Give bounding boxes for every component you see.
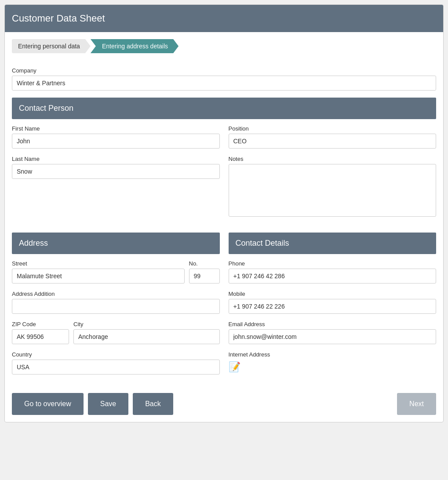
company-input[interactable]	[12, 76, 436, 91]
step-1-label: Entering personal data	[18, 43, 80, 50]
footer-buttons: Go to overview Save Back Next	[5, 386, 443, 422]
country-input[interactable]	[12, 360, 220, 375]
address-addition-input[interactable]	[12, 299, 220, 314]
notes-label: Notes	[229, 156, 437, 162]
contact-person-form: First Name Last Name Position Notes	[12, 125, 436, 225]
next-button[interactable]: Next	[397, 393, 436, 415]
city-label: City	[73, 321, 220, 327]
last-name-field-group: Last Name	[12, 156, 220, 179]
company-section: Company	[5, 60, 443, 91]
city-input[interactable]	[73, 329, 220, 344]
contact-person-section: Contact Person First Name Last Name Posi…	[5, 98, 443, 225]
wizard-step-1[interactable]: Entering personal data	[12, 39, 91, 53]
no-input[interactable]	[189, 269, 220, 284]
wizard-steps: Entering personal data Entering address …	[5, 32, 443, 60]
position-field-group: Position	[229, 125, 437, 149]
street-input[interactable]	[12, 269, 185, 284]
first-name-label: First Name	[12, 125, 220, 132]
street-row: Street No.	[12, 260, 220, 284]
mobile-input[interactable]	[229, 299, 437, 314]
email-input[interactable]	[229, 329, 437, 344]
notes-input[interactable]	[229, 164, 437, 217]
page-container: Customer Data Sheet Entering personal da…	[4, 4, 444, 422]
zip-city-row: ZIP Code City	[12, 321, 220, 344]
no-input-wrap: No.	[189, 260, 220, 284]
contact-person-header-label: Contact Person	[19, 104, 73, 113]
address-header: Address	[12, 233, 220, 254]
phone-input[interactable]	[229, 269, 437, 284]
internet-address-label: Internet Address	[229, 351, 437, 358]
contact-details-section: Contact Details Phone Mobile Email Addre…	[229, 233, 437, 382]
back-button[interactable]: Back	[133, 393, 173, 415]
zip-label: ZIP Code	[12, 321, 69, 327]
zip-input[interactable]	[12, 329, 69, 344]
company-label: Company	[12, 67, 436, 74]
wizard-step-2[interactable]: Entering address details	[91, 39, 178, 53]
page-title: Customer Data Sheet	[12, 13, 105, 24]
email-label: Email Address	[229, 321, 437, 327]
position-input[interactable]	[229, 134, 437, 149]
city-wrap: City	[73, 321, 220, 344]
no-label: No.	[189, 260, 220, 267]
street-label: Street	[12, 260, 185, 267]
first-name-field-group: First Name	[12, 125, 220, 149]
contact-person-right: Position Notes	[229, 125, 437, 225]
bottom-sections: Address Street No. Address Addition	[5, 233, 443, 382]
step-2-label: Entering address details	[102, 43, 168, 50]
street-input-wrap: Street	[12, 260, 185, 284]
country-label: Country	[12, 351, 220, 358]
zip-wrap: ZIP Code	[12, 321, 69, 344]
phone-field-group: Phone	[229, 260, 437, 284]
internet-address-field-group: Internet Address 📝	[229, 351, 437, 373]
address-header-label: Address	[19, 239, 48, 247]
position-label: Position	[229, 125, 437, 132]
contact-details-header: Contact Details	[229, 233, 437, 254]
email-field-group: Email Address	[229, 321, 437, 344]
notes-field-group: Notes	[229, 156, 437, 218]
address-addition-label: Address Addition	[12, 291, 220, 297]
contact-person-left: First Name Last Name	[12, 125, 220, 225]
mobile-field-group: Mobile	[229, 291, 437, 314]
first-name-input[interactable]	[12, 134, 220, 149]
edit-internet-address-icon[interactable]: 📝	[229, 361, 240, 373]
address-section: Address Street No. Address Addition	[12, 233, 220, 382]
contact-person-header: Contact Person	[12, 98, 436, 119]
go-to-overview-button[interactable]: Go to overview	[12, 393, 84, 415]
street-field-group: Street No.	[12, 260, 220, 284]
mobile-label: Mobile	[229, 291, 437, 297]
save-button[interactable]: Save	[88, 393, 128, 415]
phone-label: Phone	[229, 260, 437, 267]
zip-city-field-group: ZIP Code City	[12, 321, 220, 344]
country-field-group: Country	[12, 351, 220, 375]
last-name-label: Last Name	[12, 156, 220, 162]
contact-details-header-label: Contact Details	[236, 239, 289, 247]
company-field-group: Company	[12, 67, 436, 91]
last-name-input[interactable]	[12, 164, 220, 179]
address-addition-field-group: Address Addition	[12, 291, 220, 314]
page-header: Customer Data Sheet	[5, 5, 443, 32]
